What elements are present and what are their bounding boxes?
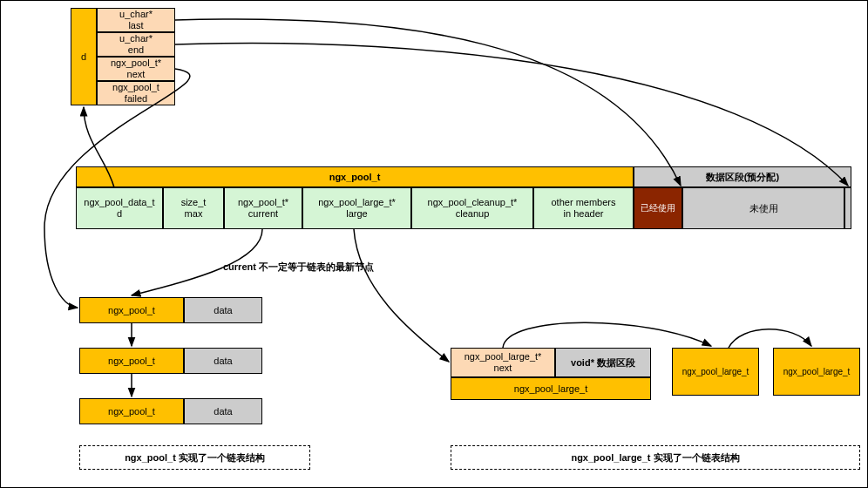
note-current: current 不一定等于链表的最新节点 (223, 261, 374, 274)
field-large: ngx_pool_large_t* large (302, 187, 411, 229)
pool-data-2: data (184, 348, 262, 374)
field-other: other members in header (533, 187, 634, 229)
pool-data-1: data (184, 297, 262, 323)
field-current: ngx_pool_t* current (224, 187, 302, 229)
data-section-header: 数据区段(预分配) (634, 166, 851, 187)
field-max: size_t max (163, 187, 224, 229)
pool-caption: ngx_pool_t 实现了一个链表结构 (79, 445, 310, 470)
unused-block: 未使用 (682, 187, 844, 229)
struct-d-header: d (71, 8, 97, 105)
large-voidptr: void* 数据区段 (555, 348, 651, 377)
diagram-canvas: d u_char* last u_char* end ngx_pool_t* n… (0, 0, 868, 488)
field-failed: ngx_pool_t failed (97, 81, 175, 105)
large-caption: ngx_pool_large_t 实现了一个链表结构 (451, 445, 860, 470)
field-last: u_char* last (97, 8, 175, 32)
field-end: u_char* end (97, 32, 175, 57)
pool-item-3: ngx_pool_t (79, 398, 184, 424)
pool-item-1: ngx_pool_t (79, 297, 184, 323)
large-chain-2: ngx_pool_large_t (773, 348, 860, 396)
field-next: ngx_pool_t* next (97, 57, 175, 81)
struct-d-header-label: d (81, 51, 86, 62)
main-bar-title: ngx_pool_t (76, 166, 634, 187)
pool-item-2: ngx_pool_t (79, 348, 184, 374)
large-title: ngx_pool_large_t (451, 377, 651, 400)
large-next: ngx_pool_large_t* next (451, 348, 555, 377)
used-block: 已经使用 (634, 187, 682, 229)
unused-tail (844, 187, 851, 229)
field-cleanup: ngx_pool_cleanup_t* cleanup (411, 187, 533, 229)
large-chain-1: ngx_pool_large_t (672, 348, 759, 396)
field-d: ngx_pool_data_t d (76, 187, 163, 229)
pool-data-3: data (184, 398, 262, 424)
